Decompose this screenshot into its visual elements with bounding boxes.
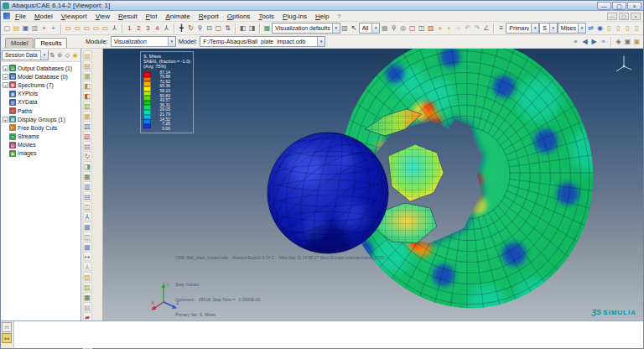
toolbox-icon[interactable]: ◧	[83, 81, 92, 90]
message-area[interactable]	[13, 321, 643, 348]
session-data-combo[interactable]: Session Data ▾	[2, 50, 49, 60]
toolbox-icon[interactable]: ▦	[83, 292, 92, 301]
field-output-icon[interactable]: ≡	[496, 23, 506, 34]
child-close-button[interactable]: ×	[631, 13, 641, 20]
print-icon[interactable]: ▥	[30, 23, 39, 34]
chevron-down-icon[interactable]: ▾	[371, 23, 379, 33]
replace-selected-icon[interactable]: ◎	[398, 23, 408, 34]
wireframe-render-icon[interactable]: ◧	[238, 23, 247, 34]
chevron-down-icon[interactable]: ▾	[531, 23, 538, 33]
menu-item[interactable]: File	[13, 13, 28, 20]
tab-model[interactable]: Model	[5, 38, 34, 48]
overlay-plot-icon[interactable]: ◫	[417, 23, 426, 34]
open-icon[interactable]: ▤	[12, 23, 21, 34]
select-cursor-icon[interactable]: ↖	[350, 23, 359, 34]
close-button[interactable]: ×	[627, 2, 641, 10]
free-body-cut-icon[interactable]: ▯	[623, 23, 632, 34]
chevron-down-icon[interactable]: ▾	[317, 37, 325, 46]
annotate-red-icon[interactable]: +	[39, 23, 49, 34]
shaded-sphere-icon[interactable]: ●	[435, 23, 444, 34]
toolbox-icon[interactable]: ⅄	[83, 211, 92, 221]
visualization-defaults-combo[interactable]: Visualization defaults ▾	[272, 23, 340, 34]
menu-item[interactable]: Help	[314, 13, 330, 20]
tree-item[interactable]: ≈ Paths	[3, 107, 80, 115]
view-4-icon[interactable]: 4	[153, 23, 162, 34]
kernel-cli-button[interactable]: »»	[2, 333, 12, 343]
stream-display-icon[interactable]: ▯	[632, 23, 641, 34]
toolbox-icon[interactable]: ▨	[83, 121, 92, 130]
hidden-sphere-icon[interactable]: ◐	[444, 23, 454, 34]
toolbox-icon[interactable]: ▨	[83, 272, 92, 281]
chevron-down-icon[interactable]: ▾	[40, 50, 48, 60]
menu-item[interactable]: Report	[197, 13, 221, 20]
view-1-icon[interactable]: 1	[125, 23, 134, 34]
custom-views-icon[interactable]: ⅄	[162, 23, 171, 34]
toolbox-icon[interactable]: ◨	[83, 161, 92, 170]
spectrum-icon[interactable]: ▦	[262, 23, 272, 34]
tree-expander[interactable]	[3, 108, 8, 114]
menu-item[interactable]: Tools	[257, 13, 276, 20]
first-frame-icon[interactable]: «	[571, 37, 580, 47]
tree-expander[interactable]	[3, 133, 8, 139]
tree-item[interactable]: + ▤ Output Databases (1)	[3, 64, 80, 72]
activate-view-cut-icon[interactable]: ▯	[605, 23, 614, 34]
edit-tree-icon[interactable]: ◇	[64, 50, 71, 60]
viewport-child-icon[interactable]	[3, 13, 10, 19]
shaded-render-icon[interactable]: ◨	[247, 23, 257, 34]
view-cut-manager-icon[interactable]: ▯	[614, 23, 623, 34]
toolbox-icon[interactable]: ◫	[83, 201, 92, 211]
chevron-down-icon[interactable]: ▾	[168, 37, 175, 46]
tree-expander[interactable]	[3, 125, 8, 131]
tree-item[interactable]: ▦ XYPlots	[3, 90, 80, 98]
toolbox-icon[interactable]: ▰	[83, 312, 92, 321]
message-area-button[interactable]: ▭	[2, 322, 12, 332]
toolbox-icon[interactable]: ▦	[83, 221, 92, 231]
tree-item[interactable]: ▣ Images	[3, 149, 80, 158]
selection-filter-combo[interactable]: All ▾	[359, 23, 381, 34]
toolbox-icon[interactable]: ▧	[83, 131, 92, 140]
animation-options-icon[interactable]: ◈	[614, 37, 623, 47]
toolbox-icon[interactable]: ◫	[83, 232, 92, 241]
tree-expander[interactable]: +	[3, 117, 8, 122]
tree-item[interactable]: ▥ XYData	[3, 98, 80, 107]
query-info-icon[interactable]: ⚲	[389, 23, 398, 34]
filter-tree-icon[interactable]: ⊘	[56, 50, 64, 60]
menu-item[interactable]: Viewport	[60, 13, 89, 20]
menu-item[interactable]: View	[94, 13, 112, 20]
wireframe-sphere-icon[interactable]: ○	[454, 23, 463, 34]
toolbox-icon[interactable]: ↦	[83, 252, 92, 261]
redo-icon[interactable]: ↷	[472, 23, 481, 34]
new-icon[interactable]: ▢	[3, 23, 12, 34]
fit-view-icon[interactable]: ▢	[214, 23, 223, 34]
menu-item[interactable]: Model	[33, 13, 55, 20]
image-capture-icon[interactable]: ▨	[426, 23, 435, 34]
tree-item[interactable]: + ▤ Model Database (0)	[3, 72, 80, 81]
chevron-down-icon[interactable]: ▾	[578, 23, 585, 33]
toolbox-icon[interactable]: ▦	[83, 242, 92, 251]
tree-expander[interactable]	[3, 99, 8, 105]
odb-combo[interactable]: F:/Temp-Abaqus/Ball_plate_impact.odb ▾	[200, 36, 325, 47]
minimize-button[interactable]: —	[597, 2, 611, 10]
toolbox-icon[interactable]: ↻	[83, 151, 92, 160]
field-position-combo[interactable]: Primary ▾	[506, 23, 539, 34]
measure-icon[interactable]: ∠	[481, 23, 491, 34]
tree-item[interactable]: + ▦ Display Groups (1)	[3, 115, 80, 123]
annotate-blue-icon[interactable]: +	[49, 23, 58, 34]
viewport-canvas[interactable]: S, Mises SNEG, (fraction = -1.0) (Avg: 7…	[103, 49, 643, 320]
chevron-down-icon[interactable]: ▾	[549, 23, 557, 33]
toolbox-icon[interactable]: ▤	[83, 60, 92, 70]
tab-results[interactable]: Results	[34, 38, 67, 48]
tile-viewports-icon[interactable]: ▭	[73, 23, 82, 34]
cascade-viewports-icon[interactable]: ▭	[82, 23, 91, 34]
create-viewport-icon[interactable]: ▭	[64, 23, 73, 34]
last-frame-icon[interactable]: »	[599, 37, 608, 47]
pan-icon[interactable]: ╋	[177, 23, 186, 34]
toolbox-icon[interactable]: ⅄	[83, 262, 92, 271]
view-2-icon[interactable]: 2	[134, 23, 143, 34]
color-code-icon[interactable]: ▨	[340, 23, 350, 34]
context-help-icon[interactable]: ?	[337, 13, 340, 19]
undo-icon[interactable]: ↶	[463, 23, 472, 34]
tree-expander[interactable]: +	[3, 65, 8, 71]
movie-camera-icon[interactable]: ▣	[623, 37, 632, 47]
toolbox-icon[interactable]: ▦	[83, 111, 92, 120]
